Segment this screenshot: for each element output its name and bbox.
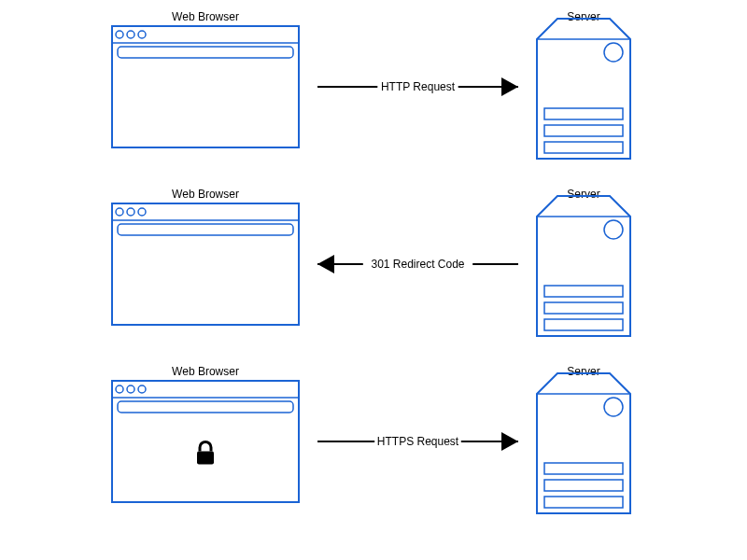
server-indicator-icon	[604, 398, 623, 416]
arrow-label: 301 Redirect Code	[371, 258, 464, 271]
server-slot	[544, 463, 623, 474]
browser-frame	[112, 203, 299, 325]
arrow-left-icon	[317, 255, 334, 273]
server	[537, 19, 630, 159]
arrow-right-icon	[501, 77, 518, 96]
flow-arrow: HTTPS Request	[317, 432, 518, 451]
browser-label: Web Browser	[172, 10, 239, 23]
traffic-light-icon	[116, 208, 123, 216]
browser-label: Web Browser	[172, 188, 239, 201]
arrow-label: HTTPS Request	[377, 435, 459, 448]
traffic-light-icon	[138, 208, 146, 216]
traffic-light-icon	[116, 385, 123, 393]
arrow-label: HTTP Request	[381, 80, 456, 93]
server-indicator-icon	[604, 43, 623, 62]
server	[537, 196, 630, 336]
server-indicator-icon	[604, 220, 623, 239]
address-bar	[118, 401, 293, 413]
server-slot	[544, 319, 623, 330]
server-slot	[544, 497, 623, 508]
web-browser	[112, 381, 299, 502]
traffic-light-icon	[138, 31, 146, 38]
server-slot	[544, 125, 623, 136]
browser-label: Web Browser	[172, 365, 239, 378]
web-browser	[112, 26, 299, 147]
flow-arrow: 301 Redirect Code	[317, 255, 518, 273]
server-slot	[544, 108, 623, 119]
server-slot	[544, 480, 623, 491]
server	[537, 373, 630, 513]
traffic-light-icon	[127, 208, 134, 216]
lock-icon	[197, 441, 214, 464]
server-slot	[544, 142, 623, 153]
traffic-light-icon	[138, 385, 146, 393]
traffic-light-icon	[116, 31, 123, 38]
server-slot	[544, 286, 623, 297]
address-bar	[118, 47, 293, 58]
arrow-right-icon	[501, 432, 518, 451]
browser-frame	[112, 26, 299, 147]
server-label: Server	[567, 188, 599, 201]
server-label: Server	[567, 10, 599, 23]
traffic-light-icon	[127, 31, 134, 38]
traffic-light-icon	[127, 385, 134, 393]
web-browser	[112, 203, 299, 325]
server-label: Server	[567, 365, 599, 378]
server-slot	[544, 302, 623, 314]
flow-arrow: HTTP Request	[317, 77, 518, 96]
address-bar	[118, 224, 293, 235]
svg-rect-8	[197, 451, 214, 464]
